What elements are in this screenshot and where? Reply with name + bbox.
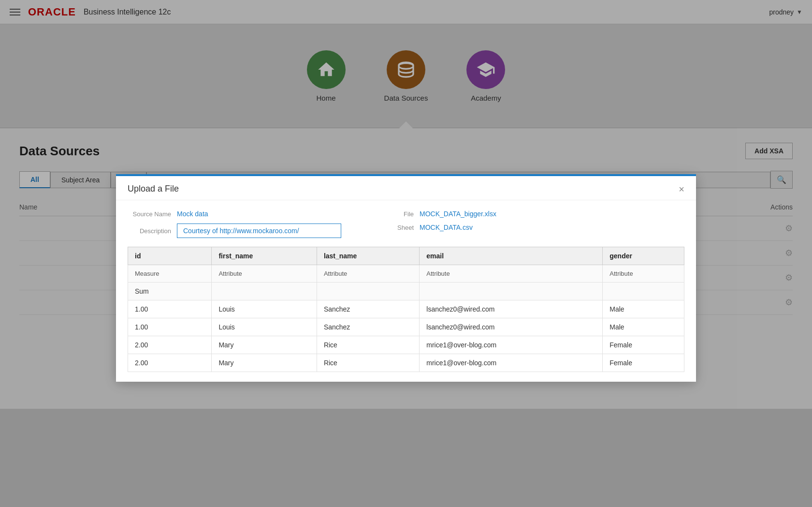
description-field: Description — [128, 224, 341, 238]
email-row3: mrice1@over-blog.com — [420, 336, 603, 354]
id-type: Measure — [128, 265, 212, 283]
agg-row: Sum — [128, 283, 684, 300]
first-name-row3: Mary — [212, 336, 317, 354]
description-label: Description — [128, 227, 171, 235]
source-name-label: Source Name — [128, 210, 171, 218]
description-input[interactable] — [177, 224, 341, 238]
last-name-row4: Rice — [317, 354, 419, 372]
email-agg — [420, 283, 603, 300]
col-first-name-header: first_name — [212, 247, 317, 265]
id-row4: 2.00 — [128, 354, 212, 372]
email-row2: lsanchez0@wired.com — [420, 318, 603, 336]
type-row: Measure Attribute Attribute Attribute At… — [128, 265, 684, 283]
col-gender-header: gender — [603, 247, 684, 265]
last-name-row2: Sanchez — [317, 318, 419, 336]
last-name-row1: Sanchez — [317, 300, 419, 318]
source-name-field: Source Name Mock data — [128, 210, 341, 218]
data-row-2: 1.00 Louis Sanchez lsanchez0@wired.com M… — [128, 318, 684, 336]
gender-agg — [603, 283, 684, 300]
col-id-header: id — [128, 247, 212, 265]
file-field: File MOCK_DATA_bigger.xlsx — [370, 210, 496, 218]
first-name-row1: Louis — [212, 300, 317, 318]
upload-file-modal: Upload a File × Source Name Mock data De… — [116, 174, 696, 382]
data-preview-table: id first_name last_name email gender Mea… — [128, 247, 684, 372]
modal-close-button[interactable]: × — [679, 184, 684, 194]
first-name-agg — [212, 283, 317, 300]
source-name-value[interactable]: Mock data — [177, 210, 208, 218]
col-email-header: email — [420, 247, 603, 265]
gender-row2: Male — [603, 318, 684, 336]
data-row-1: 1.00 Louis Sanchez lsanchez0@wired.com M… — [128, 300, 684, 318]
first-name-row4: Mary — [212, 354, 317, 372]
last-name-type: Attribute — [317, 265, 419, 283]
data-row-4: 2.00 Mary Rice mrice1@over-blog.com Fema… — [128, 354, 684, 372]
gender-row4: Female — [603, 354, 684, 372]
id-row3: 2.00 — [128, 336, 212, 354]
modal-meta-row: Source Name Mock data Description File M… — [128, 210, 684, 238]
sheet-field: Sheet MOCK_DATA.csv — [370, 224, 496, 231]
email-row1: lsanchez0@wired.com — [420, 300, 603, 318]
modal-body: Source Name Mock data Description File M… — [116, 200, 696, 382]
first-name-type: Attribute — [212, 265, 317, 283]
table-header-row: id first_name last_name email gender — [128, 247, 684, 265]
modal-header: Upload a File × — [116, 176, 696, 200]
col-last-name-header: last_name — [317, 247, 419, 265]
last-name-row3: Rice — [317, 336, 419, 354]
id-row2: 1.00 — [128, 318, 212, 336]
gender-row3: Female — [603, 336, 684, 354]
email-row4: mrice1@over-blog.com — [420, 354, 603, 372]
meta-left: Source Name Mock data Description — [128, 210, 341, 238]
file-value[interactable]: MOCK_DATA_bigger.xlsx — [420, 210, 496, 218]
id-agg: Sum — [128, 283, 212, 300]
sheet-value[interactable]: MOCK_DATA.csv — [420, 224, 473, 231]
file-label: File — [370, 210, 414, 218]
id-row1: 1.00 — [128, 300, 212, 318]
meta-right: File MOCK_DATA_bigger.xlsx Sheet MOCK_DA… — [370, 210, 496, 231]
first-name-row2: Louis — [212, 318, 317, 336]
modal-overlay: Upload a File × Source Name Mock data De… — [0, 0, 812, 507]
data-row-3: 2.00 Mary Rice mrice1@over-blog.com Fema… — [128, 336, 684, 354]
last-name-agg — [317, 283, 419, 300]
gender-row1: Male — [603, 300, 684, 318]
sheet-label: Sheet — [370, 224, 414, 231]
email-type: Attribute — [420, 265, 603, 283]
modal-title: Upload a File — [128, 184, 179, 194]
gender-type: Attribute — [603, 265, 684, 283]
